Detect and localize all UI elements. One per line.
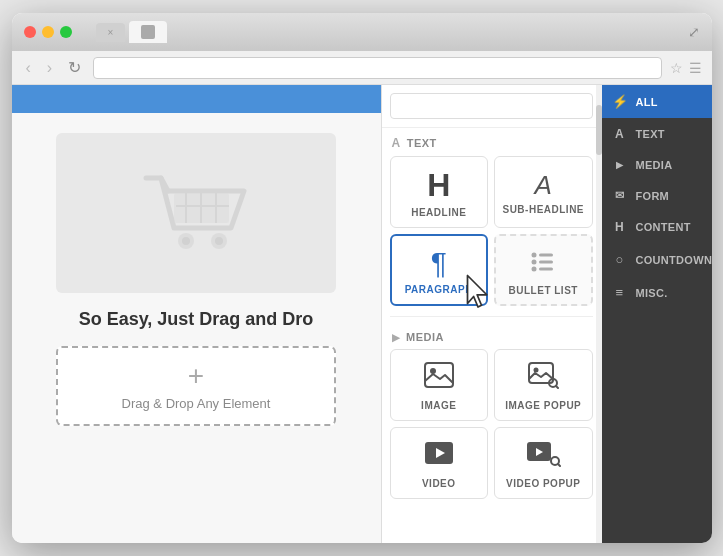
refresh-button[interactable]: ↻ (64, 56, 85, 79)
svg-point-3 (182, 237, 190, 245)
tab-active[interactable] (129, 21, 167, 43)
fullscreen-icon[interactable]: ⤢ (688, 24, 700, 40)
svg-rect-8 (539, 260, 553, 263)
video-label: VIDEO (422, 478, 456, 489)
picker-item-video[interactable]: VIDEO (390, 427, 489, 499)
svg-point-14 (534, 368, 539, 373)
picker-item-bullet-list[interactable]: BULLET LIST (494, 234, 593, 306)
svg-rect-6 (539, 253, 553, 256)
text-section-label: A TEXT (382, 128, 601, 156)
video-icon (423, 439, 455, 472)
content-label: CONTENT (636, 221, 691, 233)
media-section-icon: ▶ (392, 332, 401, 343)
section-divider-1 (390, 316, 593, 317)
media-icon: ▶ (612, 160, 628, 170)
misc-label: MISC. (636, 287, 668, 299)
page-preview: So Easy, Just Drag and Dro + Drag & Drop… (12, 85, 382, 543)
drop-zone-plus-icon: + (188, 362, 204, 390)
cart-image-area (56, 133, 336, 293)
forward-button[interactable]: › (43, 57, 56, 79)
picker-item-image[interactable]: IMAGE (390, 349, 489, 421)
picker-item-video-popup[interactable]: VIDEO POPUP (494, 427, 593, 499)
sidebar-item-content[interactable]: H CONTENT (602, 211, 712, 243)
title-bar: × ⤢ (12, 13, 712, 51)
countdown-icon: ○ (612, 252, 628, 267)
sidebar-item-media[interactable]: ▶ MEDIA (602, 150, 712, 180)
video-popup-icon (525, 439, 561, 472)
preview-content: So Easy, Just Drag and Dro + Drag & Drop… (12, 113, 381, 543)
media-section-label: ▶ MEDIA (382, 323, 601, 349)
svg-rect-10 (539, 267, 553, 270)
media-items-grid: IMAGE IMAGE PO (382, 349, 601, 507)
scrollbar-thumb[interactable] (596, 105, 602, 155)
bullet-list-label: BULLET LIST (509, 285, 578, 296)
menu-icon[interactable]: ☰ (689, 60, 702, 76)
page-title: So Easy, Just Drag and Dro (79, 309, 314, 330)
svg-line-22 (558, 464, 560, 466)
countdown-label: COUNTDOWN (636, 254, 712, 266)
image-popup-label: IMAGE POPUP (505, 400, 581, 411)
misc-icon: ≡ (612, 285, 628, 300)
picker-search-input[interactable] (390, 93, 593, 119)
picker-search-area (382, 85, 601, 128)
image-popup-icon (527, 361, 559, 394)
bullet-list-icon (529, 247, 557, 279)
picker-item-image-popup[interactable]: IMAGE POPUP (494, 349, 593, 421)
svg-point-4 (215, 237, 223, 245)
text-label: TEXT (636, 128, 665, 140)
form-label: ForM (636, 190, 670, 202)
bookmark-icon[interactable]: ☆ (670, 60, 683, 76)
maximize-button[interactable] (60, 26, 72, 38)
minimize-button[interactable] (42, 26, 54, 38)
sidebar-item-text[interactable]: A TEXT (602, 118, 712, 150)
svg-point-9 (532, 266, 537, 271)
picker-item-sub-headline[interactable]: A SUB-HEADLINE (494, 156, 593, 228)
media-section-title: MEDIA (406, 331, 444, 343)
main-area: So Easy, Just Drag and Dro + Drag & Drop… (12, 85, 712, 543)
tab-inactive[interactable]: × (96, 23, 126, 42)
browser-window: × ⤢ ‹ › ↻ ☆ ☰ (12, 13, 712, 543)
right-sidebar: ⚡ ALL A TEXT ▶ MEDIA ✉ ForM H CONTENT (602, 85, 712, 543)
text-icon: A (612, 127, 628, 141)
text-section-icon: A (392, 136, 401, 150)
drop-zone[interactable]: + Drag & Drop Any Element (56, 346, 336, 426)
form-icon: ✉ (612, 189, 628, 202)
image-icon (423, 361, 455, 394)
scrollbar-track[interactable] (596, 85, 602, 543)
close-button[interactable] (24, 26, 36, 38)
headline-label: HEADLINE (411, 207, 466, 218)
svg-point-7 (532, 259, 537, 264)
picker-item-headline[interactable]: H HEADLINE (390, 156, 489, 228)
media-label: MEDIA (636, 159, 673, 171)
address-bar: ‹ › ↻ ☆ ☰ (12, 51, 712, 85)
paragraph-icon: ¶ (431, 248, 447, 278)
back-button[interactable]: ‹ (22, 57, 35, 79)
headline-icon: H (427, 169, 450, 201)
svg-point-5 (532, 252, 537, 257)
preview-top-bar (12, 85, 381, 113)
content-icon: H (612, 220, 628, 234)
address-icons: ☆ ☰ (670, 60, 702, 76)
video-popup-label: VIDEO POPUP (506, 478, 580, 489)
url-input[interactable] (93, 57, 661, 79)
tab-favicon (141, 25, 155, 39)
svg-line-16 (556, 386, 558, 388)
paragraph-label: PARAGRAPH (405, 284, 473, 295)
traffic-lights (24, 26, 72, 38)
picker-item-paragraph[interactable]: ¶ PARAGRAPH (390, 234, 489, 306)
element-picker-wrapper: A TEXT H HEADLINE A SUB-HEADLINE (382, 85, 602, 543)
sub-headline-label: SUB-HEADLINE (502, 204, 584, 215)
element-picker: A TEXT H HEADLINE A SUB-HEADLINE (382, 85, 602, 507)
tab-area: × (96, 21, 168, 43)
sidebar-item-countdown[interactable]: ○ COUNTDOWN (602, 243, 712, 276)
all-label: ALL (636, 96, 658, 108)
text-items-grid: H HEADLINE A SUB-HEADLINE ¶ PARAGRAPH (382, 156, 601, 314)
svg-rect-11 (425, 363, 453, 387)
drop-zone-label: Drag & Drop Any Element (122, 396, 271, 411)
text-section-title: TEXT (407, 137, 437, 149)
sidebar-item-all[interactable]: ⚡ ALL (602, 85, 712, 118)
sidebar-item-misc[interactable]: ≡ MISC. (602, 276, 712, 309)
tab-close-icon[interactable]: × (108, 27, 114, 38)
image-label: IMAGE (421, 400, 456, 411)
sidebar-item-form[interactable]: ✉ ForM (602, 180, 712, 211)
